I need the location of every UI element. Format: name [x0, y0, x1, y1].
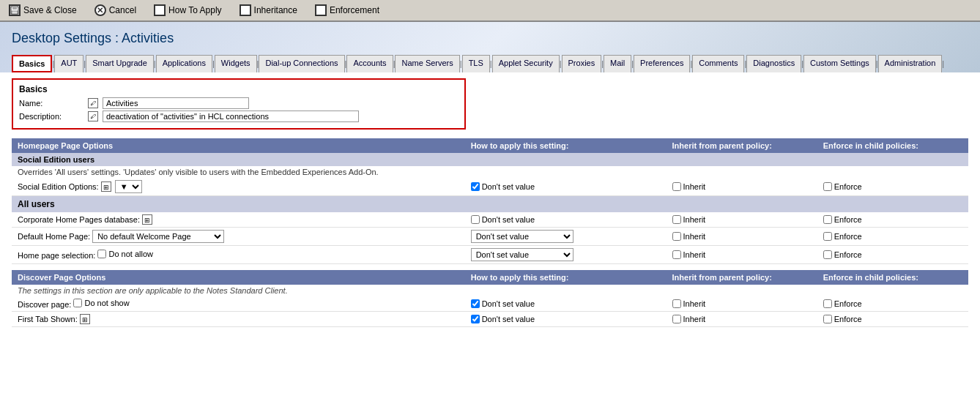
tab-dialup[interactable]: Dial-up Connections: [259, 55, 344, 72]
how-to-apply-icon: [154, 4, 166, 16]
discover-dont-set-label[interactable]: Don't set value: [471, 299, 661, 308]
inheritance-button[interactable]: Inheritance: [237, 3, 300, 18]
social-edition-options-row: Social Edition Options: ⊞ ▼ Don't set va…: [12, 178, 968, 196]
tab-mail[interactable]: Mail: [604, 55, 631, 72]
tab-accounts[interactable]: Accounts: [346, 55, 393, 72]
first-tab-enforce-label[interactable]: Enforce: [823, 315, 962, 323]
tab-comments[interactable]: Comments: [692, 55, 744, 72]
discover-page-enforce-cell: Enforce: [817, 296, 968, 312]
social-inherit-cell: Inherit: [667, 178, 817, 196]
home-selection-inherit-checkbox[interactable]: [672, 250, 681, 259]
discover-dont-set-checkbox[interactable]: [471, 299, 480, 308]
home-selection-inherit-label[interactable]: Inherit: [672, 250, 812, 259]
tab-bar: Basics | AUT | Smart Upgrade | Applicati…: [12, 55, 968, 72]
default-home-apply-select[interactable]: Don't set value: [471, 230, 573, 243]
inherit-header: Inherit from parent policy:: [667, 138, 817, 153]
first-tab-inherit-checkbox[interactable]: [672, 315, 681, 323]
default-home-inherit-checkbox[interactable]: [672, 232, 681, 241]
social-how-to-apply-cell: Don't set value: [465, 178, 667, 196]
discover-page-label: Discover page: Do not show: [12, 296, 465, 312]
discover-page-inherit-cell: Inherit: [667, 296, 817, 312]
tab-preferences[interactable]: Preferences: [634, 55, 690, 72]
tab-administration[interactable]: Administration: [878, 55, 943, 72]
first-tab-label: First Tab Shown: ⊞: [12, 312, 465, 327]
discover-inherit-checkbox[interactable]: [672, 299, 681, 308]
tab-custom-settings[interactable]: Custom Settings: [803, 55, 876, 72]
corp-dont-set-label[interactable]: Don't set value: [471, 215, 661, 224]
discover-enforce-checkbox[interactable]: [823, 299, 832, 308]
corp-home-icon: ⊞: [142, 214, 152, 225]
do-not-show-checkbox[interactable]: [73, 299, 82, 307]
tab-diagnostics[interactable]: Diagnostics: [746, 55, 801, 72]
enforcement-button[interactable]: Enforcement: [312, 3, 382, 18]
how-to-apply-button[interactable]: How To Apply: [151, 3, 225, 18]
default-home-inherit-label[interactable]: Inherit: [672, 232, 812, 241]
corp-enforce-checkbox[interactable]: [823, 215, 832, 224]
tab-basics[interactable]: Basics: [12, 55, 52, 72]
name-input[interactable]: [103, 97, 249, 109]
first-tab-inherit-cell: Inherit: [667, 312, 817, 327]
default-home-enforce-checkbox[interactable]: [823, 232, 832, 241]
discover-inherit-label[interactable]: Inherit: [672, 299, 812, 308]
tab-applications[interactable]: Applications: [156, 55, 212, 72]
corp-enforce-cell: Enforce: [817, 212, 968, 228]
corp-dont-set-checkbox[interactable]: [471, 215, 480, 224]
home-selection-enforce-checkbox[interactable]: [823, 250, 832, 259]
main-content: Basics Name: 🖊 Description: 🖊 Homepage P…: [0, 72, 980, 339]
social-inherit-checkbox[interactable]: [672, 182, 681, 191]
default-home-how-to-apply-cell: Don't set value: [465, 228, 667, 246]
home-selection-row: Home page selection: Do not allow Don't …: [12, 246, 968, 264]
default-home-enforce-label[interactable]: Enforce: [823, 232, 962, 241]
corp-inherit-label[interactable]: Inherit: [672, 215, 812, 224]
tab-proxies[interactable]: Proxies: [562, 55, 602, 72]
default-home-label: Default Home Page: No default Welcome Pa…: [12, 228, 465, 246]
social-edition-dropdown[interactable]: ▼: [115, 180, 142, 193]
home-selection-enforce-cell: Enforce: [817, 246, 968, 264]
name-row: Name: 🖊: [19, 97, 459, 109]
tab-applet-security[interactable]: Applet Security: [492, 55, 560, 72]
corp-inherit-checkbox[interactable]: [672, 215, 681, 224]
home-selection-apply-cell: Don't set value: [465, 246, 667, 264]
all-users-subheader: All users: [12, 196, 968, 213]
homepage-table: Homepage Page Options How to apply this …: [12, 138, 968, 264]
tab-tls[interactable]: TLS: [462, 55, 490, 72]
social-enforce-checkbox[interactable]: [823, 182, 832, 191]
discover-table: Discover Page Options How to apply this …: [12, 270, 968, 327]
description-input[interactable]: [103, 111, 359, 122]
save-close-button[interactable]: Save & Close: [6, 3, 80, 18]
social-inherit-label[interactable]: Inherit: [672, 182, 812, 191]
tab-name-servers[interactable]: Name Servers: [395, 55, 459, 72]
home-selection-inherit-cell: Inherit: [667, 246, 817, 264]
basics-section: Basics Name: 🖊 Description: 🖊: [12, 78, 466, 130]
social-dont-set-label[interactable]: Don't set value: [471, 182, 661, 191]
social-edition-subheader: Social Edition users: [12, 153, 968, 166]
do-not-allow-checkbox[interactable]: [97, 250, 106, 258]
cancel-button[interactable]: ✕ Cancel: [92, 3, 139, 18]
home-selection-enforce-label[interactable]: Enforce: [823, 250, 962, 259]
tab-aut[interactable]: AUT: [54, 55, 83, 72]
default-home-select[interactable]: No default Welcome Page: [92, 230, 224, 243]
corp-enforce-label[interactable]: Enforce: [823, 215, 962, 224]
discover-page-row: Discover page: Do not show Don't set val…: [12, 296, 968, 312]
discover-enforce-label[interactable]: Enforce: [823, 299, 962, 308]
first-tab-dont-set-label[interactable]: Don't set value: [471, 315, 661, 323]
page-header: Desktop Settings : Activities Basics | A…: [0, 22, 980, 72]
do-not-allow-label[interactable]: Do not allow: [97, 250, 153, 258]
home-selection-label: Home page selection: Do not allow: [12, 246, 465, 264]
first-tab-dont-set-checkbox[interactable]: [471, 315, 480, 323]
discover-options-header: Discover Page Options: [12, 270, 465, 285]
tab-widgets[interactable]: Widgets: [215, 55, 257, 72]
discover-inherit-header: Inherit from parent policy:: [667, 270, 817, 285]
first-tab-apply-cell: Don't set value: [465, 312, 667, 327]
first-tab-enforce-checkbox[interactable]: [823, 315, 832, 323]
first-tab-inherit-label[interactable]: Inherit: [672, 315, 812, 323]
social-enforce-label[interactable]: Enforce: [823, 182, 962, 191]
corp-inherit-cell: Inherit: [667, 212, 817, 228]
do-not-show-label[interactable]: Do not show: [73, 299, 129, 307]
social-edition-options-label: Social Edition Options: ⊞ ▼: [12, 178, 465, 196]
discover-how-to-apply-header: How to apply this setting:: [465, 270, 667, 285]
tab-smart-upgrade[interactable]: Smart Upgrade: [86, 55, 154, 72]
how-to-apply-header: How to apply this setting:: [465, 138, 667, 153]
home-selection-apply-select[interactable]: Don't set value: [471, 248, 573, 261]
social-dont-set-checkbox[interactable]: [471, 182, 480, 191]
